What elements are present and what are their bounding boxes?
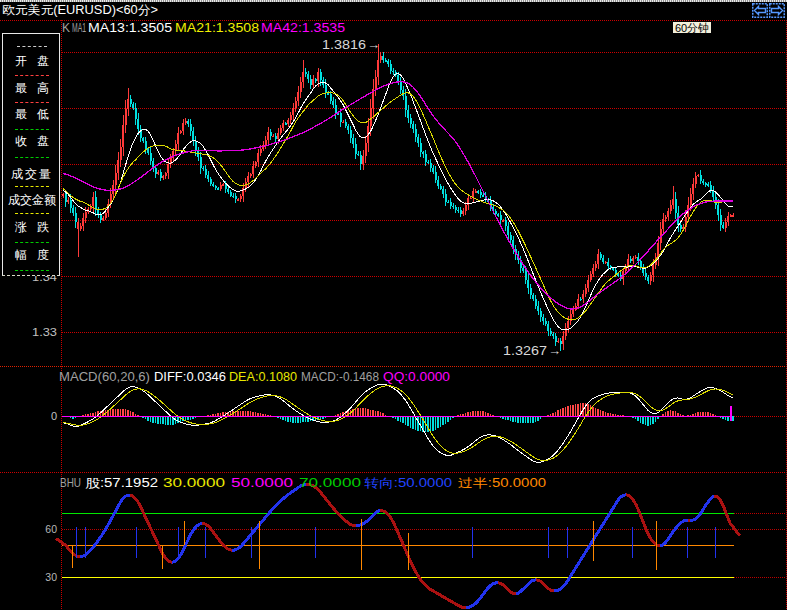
svg-text:过半:50.0000: 过半:50.0000 [458, 476, 546, 490]
svg-text:MA13:1.3505: MA13:1.3505 [88, 21, 172, 35]
svg-text:1.33: 1.33 [32, 326, 57, 338]
svg-text:70.0000: 70.0000 [299, 476, 361, 490]
svg-text:QQ:0.0000: QQ:0.0000 [383, 370, 450, 384]
svg-text:→: → [367, 37, 380, 52]
svg-text:K: K [62, 21, 70, 35]
svg-text:MA21:1.3508: MA21:1.3508 [175, 21, 259, 35]
svg-text:MACD:-0.1468: MACD:-0.1468 [301, 370, 379, 384]
svg-text:1.3267: 1.3267 [503, 344, 547, 358]
svg-text:DIFF:0.0346: DIFF:0.0346 [154, 370, 226, 384]
svg-text:BHU: BHU [60, 476, 81, 490]
svg-text:→: → [548, 343, 561, 358]
svg-text:MA42:1.3535: MA42:1.3535 [261, 21, 345, 35]
svg-text:DEA:0.1080: DEA:0.1080 [229, 370, 297, 384]
svg-text:0: 0 [51, 410, 57, 422]
svg-text:股:57.1952: 股:57.1952 [85, 476, 158, 490]
svg-text:50.0000: 50.0000 [231, 476, 293, 490]
svg-text:转向:50.0000: 转向:50.0000 [364, 476, 452, 490]
svg-text:MACD(60,20,6): MACD(60,20,6) [59, 370, 150, 384]
svg-text:欧元美元(EURUSD)<60分>: 欧元美元(EURUSD)<60分> [2, 3, 158, 17]
svg-text:MA1: MA1 [72, 21, 86, 35]
svg-text:30.0000: 30.0000 [163, 476, 225, 490]
svg-text:1.3816: 1.3816 [322, 38, 366, 52]
svg-text:30: 30 [45, 571, 57, 583]
svg-text:60: 60 [45, 523, 57, 535]
